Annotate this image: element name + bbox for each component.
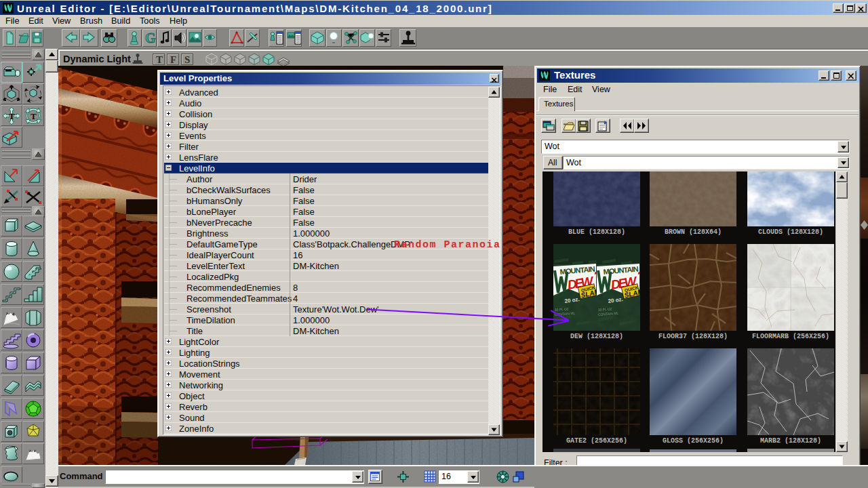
svg-text:G: G [145,30,156,45]
svg-text:T: T [31,111,37,121]
svg-text:T: T [9,111,15,121]
